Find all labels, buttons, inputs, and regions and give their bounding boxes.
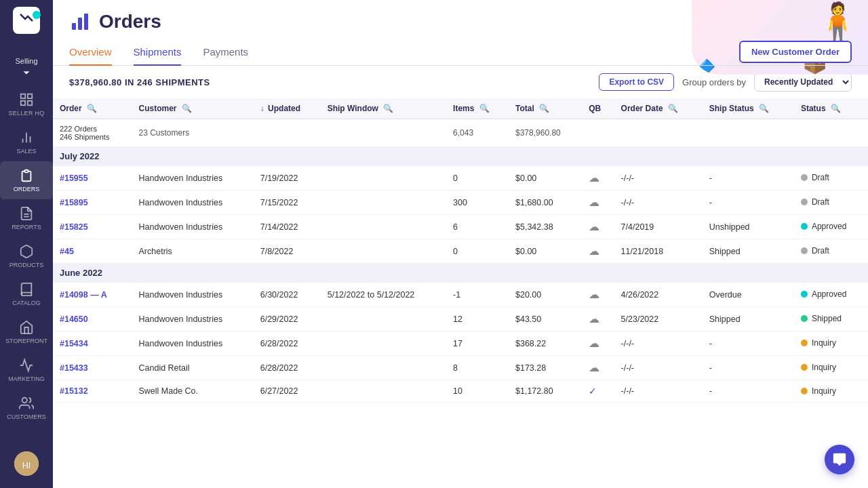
sidebar-item-seller-hq[interactable]: SELLER HQ <box>0 85 53 123</box>
cell-items: 6 <box>446 215 509 239</box>
status-badge: Inquiry <box>801 338 836 348</box>
order-link[interactable]: #15434 <box>60 339 88 348</box>
status-text: Draft <box>812 246 829 256</box>
user-avatar[interactable]: HI <box>14 451 39 476</box>
new-order-button[interactable]: New Customer Order <box>739 41 852 63</box>
order-date-search-icon[interactable]: 🔍 <box>668 104 678 113</box>
status-badge: Approved <box>801 222 846 231</box>
total-search-icon[interactable]: 🔍 <box>539 104 549 113</box>
section-header-june2022: June 2022 <box>53 264 868 283</box>
order-link[interactable]: #15433 <box>60 363 88 373</box>
ship-status-search-icon[interactable]: 🔍 <box>759 104 769 113</box>
sidebar-item-customers[interactable]: CUSTOMERS <box>0 389 53 427</box>
table-row: #15825Handwoven Industries7/14/20226$5,3… <box>53 215 868 239</box>
sidebar-selling[interactable]: Selling <box>0 50 53 85</box>
cell-items: 8 <box>446 356 509 380</box>
cell-order: #15433 <box>53 356 132 380</box>
sidebar-item-products[interactable]: PRODUCTS <box>0 237 53 275</box>
status-text: Draft <box>812 197 829 207</box>
upload-icon[interactable]: ☁ <box>589 197 599 208</box>
col-items: Items 🔍 <box>446 98 509 119</box>
items-search-icon[interactable]: 🔍 <box>479 104 490 113</box>
cell-qb: ☁ <box>582 215 614 239</box>
order-link[interactable]: #15895 <box>60 198 88 207</box>
sidebar-item-catalog[interactable]: CATALOG <box>0 275 53 313</box>
cell-customer: Handwoven Industries <box>132 283 254 307</box>
sidebar-item-products-label: PRODUCTS <box>9 262 44 268</box>
cell-updated: 7/15/2022 <box>254 190 321 215</box>
tab-shipments[interactable]: Shipments <box>134 38 182 66</box>
status-dot <box>801 388 808 394</box>
cell-ship-window <box>321 190 446 215</box>
cell-qb: ✓ <box>582 380 614 403</box>
upload-icon[interactable]: ☁ <box>589 362 599 373</box>
sidebar-logo-wrap <box>0 7 53 45</box>
order-link[interactable]: #14650 <box>60 314 88 324</box>
cell-order: #14650 <box>53 307 132 331</box>
cell-updated: 6/30/2022 <box>254 283 321 307</box>
sidebar-item-seller-hq-label: SELLER HQ <box>8 110 44 117</box>
upload-icon[interactable]: ☁ <box>589 338 599 349</box>
order-link[interactable]: #45 <box>60 247 74 256</box>
col-total: Total 🔍 <box>509 98 582 119</box>
cell-order-date: -/-/- <box>614 331 703 356</box>
order-link[interactable]: #14098 — A <box>60 290 107 300</box>
order-search-icon[interactable]: 🔍 <box>87 104 97 113</box>
main-content: Orders 🧍 📦 🔷 Overview Shipments Payments… <box>53 0 868 488</box>
cell-status: Approved <box>794 283 868 307</box>
cell-updated: 6/28/2022 <box>254 331 321 356</box>
upload-icon[interactable]: ☁ <box>589 245 599 257</box>
export-csv-button[interactable]: Export to CSV <box>599 73 674 91</box>
cell-ship-window <box>321 239 446 264</box>
table-header-row: Order 🔍 Customer 🔍 ↓ Updated Ship Window… <box>53 98 868 119</box>
cell-order: #15895 <box>53 190 132 215</box>
cell-updated: 6/27/2022 <box>254 380 321 403</box>
cell-customer: Swell Made Co. <box>132 380 254 403</box>
sidebar-item-sales[interactable]: SALES <box>0 123 53 161</box>
cell-customer: Handwoven Industries <box>132 215 254 239</box>
sidebar-item-reports[interactable]: REPORTS <box>0 199 53 237</box>
cell-order: #15825 <box>53 215 132 239</box>
cell-order-date: 5/23/2022 <box>614 307 703 331</box>
upload-icon[interactable]: ☁ <box>589 313 599 325</box>
ship-window-search-icon[interactable]: 🔍 <box>383 104 393 113</box>
upload-icon[interactable]: ☁ <box>589 289 599 300</box>
group-orders-select[interactable]: Recently Updated Order Date Customer <box>754 73 852 92</box>
summary-row: 222 Orders 246 Shipments 23 Customers 6,… <box>53 119 868 147</box>
sidebar-item-orders[interactable]: ORDERS <box>0 161 53 199</box>
cell-order: #15955 <box>53 166 132 190</box>
cell-ship-status: Overdue <box>703 283 794 307</box>
col-status: Status 🔍 <box>794 98 868 119</box>
status-dot <box>801 291 808 298</box>
summary-total: $378,960.80 <box>509 119 582 147</box>
sidebar-item-orders-label: ORDERS <box>14 186 40 192</box>
status-text: Inquiry <box>812 363 836 372</box>
cell-items: 10 <box>446 380 509 403</box>
cell-order-date: -/-/- <box>614 380 703 403</box>
table-row: #14098 — AHandwoven Industries6/30/20225… <box>53 283 868 307</box>
sidebar-item-catalog-label: CATALOG <box>12 300 41 306</box>
cell-status: Inquiry <box>794 380 868 403</box>
tab-payments[interactable]: Payments <box>203 38 248 66</box>
table-row: #15434Handwoven Industries6/28/202217$36… <box>53 331 868 356</box>
cell-status: Draft <box>794 239 868 264</box>
order-link[interactable]: #15132 <box>60 386 88 396</box>
svg-rect-10 <box>78 18 82 30</box>
order-link[interactable]: #15825 <box>60 222 88 232</box>
upload-icon[interactable]: ☁ <box>589 221 599 232</box>
chat-button[interactable] <box>825 445 854 474</box>
sidebar-item-storefront[interactable]: STOREFRONT <box>0 313 53 351</box>
status-badge: Draft <box>801 197 829 207</box>
tab-overview[interactable]: Overview <box>69 38 112 66</box>
cell-total: $5,342.38 <box>509 215 582 239</box>
sidebar-item-marketing[interactable]: MARKETING <box>0 351 53 389</box>
upload-icon[interactable]: ☁ <box>589 172 599 184</box>
page-title: Orders <box>99 11 161 33</box>
cell-ship-status: - <box>703 356 794 380</box>
cell-qb: ☁ <box>582 239 614 264</box>
cell-qb: ☁ <box>582 307 614 331</box>
customer-search-icon[interactable]: 🔍 <box>182 104 192 113</box>
order-link[interactable]: #15955 <box>60 174 88 183</box>
status-search-icon[interactable]: 🔍 <box>831 104 841 113</box>
svg-rect-3 <box>28 101 32 105</box>
